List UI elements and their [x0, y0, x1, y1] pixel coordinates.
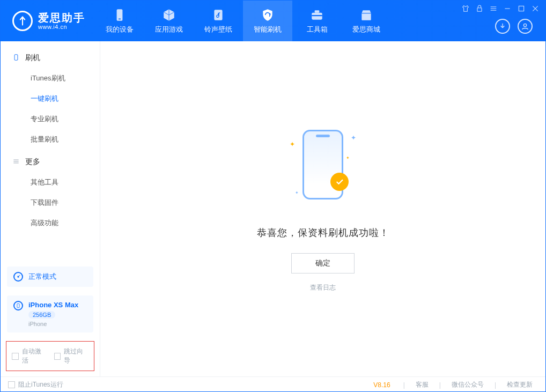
tab-shop[interactable]: 爱思商城	[342, 1, 391, 41]
checkbox-box	[54, 353, 61, 360]
tab-ringtone-wallpaper[interactable]: 铃声壁纸	[194, 1, 243, 41]
checkbox-skip-guide[interactable]: 跳过向导	[54, 347, 89, 365]
device-name: iPhone XS Max	[28, 301, 78, 309]
bottom-options-highlight: 自动激活 跳过向导	[6, 341, 94, 371]
nav-tabs: 我的设备 应用游戏 铃声壁纸 智能刷机 工具箱	[95, 1, 391, 41]
mode-label: 正常模式	[28, 272, 56, 282]
divider: |	[495, 381, 496, 389]
device-icon	[113, 8, 127, 23]
toolbox-icon	[310, 8, 324, 23]
tab-label: 工具箱	[307, 25, 328, 34]
checkbox-box	[8, 381, 15, 388]
sidebar-scroll: 刷机 iTunes刷机 一键刷机 专业刷机 批量刷机 更多 其他工具 下载固件 …	[1, 41, 100, 262]
tab-label: 我的设备	[106, 25, 134, 34]
footer-left: 阻止iTunes运行	[8, 380, 63, 389]
checkbox-label: 自动激活	[22, 347, 47, 365]
brand-name: 爱思助手	[38, 12, 85, 24]
shop-icon	[359, 8, 373, 23]
device-icon	[13, 301, 23, 310]
checkbox-label: 跳过向导	[64, 347, 88, 365]
sidebar-item-download-firmware[interactable]: 下载固件	[1, 193, 100, 213]
menu-icon[interactable]	[489, 4, 498, 13]
tab-toolbox[interactable]: 工具箱	[292, 1, 342, 41]
user-button[interactable]	[518, 19, 533, 34]
success-message: 恭喜您，保资料刷机成功啦！	[257, 226, 389, 239]
cube-icon	[162, 8, 176, 23]
sidebar-group-title: 更多	[25, 157, 40, 167]
svg-rect-8	[519, 6, 523, 11]
minimize-button[interactable]	[503, 4, 512, 13]
ok-button[interactable]: 确定	[291, 253, 355, 273]
sparkle-icon: ✦	[290, 140, 295, 148]
tab-label: 智能刷机	[254, 25, 282, 34]
sparkle-icon: ✦	[351, 134, 356, 142]
brand-url: www.i4.cn	[38, 24, 85, 30]
sidebar-item-other-tools[interactable]: 其他工具	[1, 172, 100, 193]
tab-apps-games[interactable]: 应用游戏	[144, 1, 194, 41]
menu-icon	[12, 158, 20, 167]
checkbox-label: 阻止iTunes运行	[18, 380, 63, 389]
mode-card[interactable]: 正常模式	[7, 267, 93, 287]
header-right-icons	[495, 19, 533, 34]
footer-link-wechat[interactable]: 微信公众号	[446, 380, 489, 389]
view-log-link[interactable]: 查看日志	[310, 283, 336, 292]
svg-rect-4	[315, 10, 320, 12]
app-body: 刷机 iTunes刷机 一键刷机 专业刷机 批量刷机 更多 其他工具 下载固件 …	[1, 41, 545, 376]
shirt-icon[interactable]	[461, 4, 470, 13]
tab-smart-flash[interactable]: 智能刷机	[243, 1, 292, 41]
svg-point-11	[19, 275, 20, 276]
svg-rect-7	[477, 8, 482, 12]
divider: |	[439, 381, 441, 389]
svg-point-6	[523, 24, 526, 26]
status-bar: 阻止iTunes运行 V8.16 | 客服 | 微信公众号 | 检查更新	[1, 376, 545, 392]
device-type: iPhone	[28, 321, 78, 327]
maximize-button[interactable]	[517, 4, 526, 13]
sidebar-group-more[interactable]: 更多	[1, 150, 100, 172]
tab-label: 铃声壁纸	[204, 25, 232, 34]
sparkle-icon: ✦	[295, 190, 299, 195]
phone-outline-icon	[12, 54, 20, 63]
tab-label: 应用游戏	[155, 25, 183, 34]
svg-point-10	[17, 276, 19, 277]
divider: |	[403, 381, 405, 389]
titlebar-controls	[461, 4, 540, 13]
svg-rect-12	[17, 304, 19, 308]
device-info: iPhone XS Max 256GB iPhone	[28, 301, 78, 327]
refresh-shield-icon	[261, 8, 275, 23]
footer-link-update[interactable]: 检查更新	[501, 380, 538, 389]
tab-label: 爱思商城	[352, 25, 380, 34]
brand-text: 爱思助手 www.i4.cn	[38, 12, 85, 30]
sidebar-item-advanced[interactable]: 高级功能	[1, 213, 100, 233]
checkbox-box	[12, 353, 19, 360]
tab-my-device[interactable]: 我的设备	[95, 1, 144, 41]
success-illustration: ✦ ✦ ✦ ✦	[280, 125, 366, 211]
svg-rect-9	[14, 54, 18, 60]
checkbox-block-itunes[interactable]: 阻止iTunes运行	[8, 380, 63, 389]
sidebar-group-flash[interactable]: 刷机	[1, 46, 100, 68]
checkbox-auto-activate[interactable]: 自动激活	[12, 347, 47, 365]
sidebar-group-title: 刷机	[25, 53, 40, 63]
main-content: ✦ ✦ ✦ ✦ 恭喜您，保资料刷机成功啦！ 确定 查看日志	[100, 41, 545, 376]
device-storage: 256GB	[28, 311, 55, 319]
download-button[interactable]	[495, 19, 510, 34]
sidebar: 刷机 iTunes刷机 一键刷机 专业刷机 批量刷机 更多 其他工具 下载固件 …	[1, 41, 100, 376]
device-card[interactable]: iPhone XS Max 256GB iPhone	[7, 295, 93, 332]
check-badge-icon	[330, 173, 349, 191]
mode-icon	[13, 272, 23, 282]
sidebar-item-oneclick-flash[interactable]: 一键刷机	[1, 88, 100, 109]
sparkle-icon: ✦	[346, 156, 350, 160]
footer-link-support[interactable]: 客服	[410, 380, 434, 389]
svg-rect-5	[312, 15, 322, 16]
brand-logo: 爱思助手 www.i4.cn	[1, 1, 95, 41]
logo-icon	[12, 11, 33, 31]
svg-rect-1	[119, 19, 121, 20]
sidebar-item-pro-flash[interactable]: 专业刷机	[1, 109, 100, 129]
version-label: V8.16	[373, 381, 390, 389]
sidebar-item-itunes-flash[interactable]: iTunes刷机	[1, 68, 100, 88]
music-file-icon	[211, 8, 225, 23]
app-header: 爱思助手 www.i4.cn 我的设备 应用游戏 铃声壁纸	[1, 1, 545, 41]
lock-icon[interactable]	[475, 4, 484, 13]
sidebar-item-batch-flash[interactable]: 批量刷机	[1, 129, 100, 150]
close-button[interactable]	[530, 4, 540, 13]
